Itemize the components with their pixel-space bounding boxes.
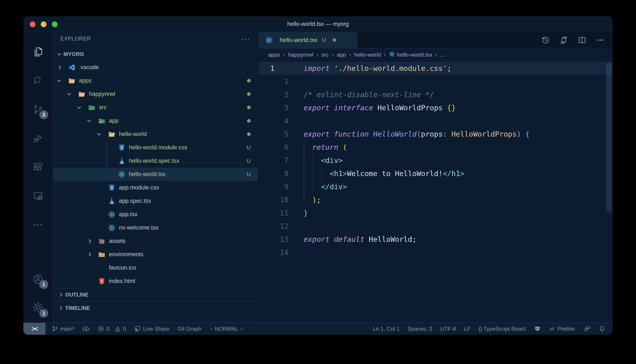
status-problems[interactable]: 00 [98,326,126,332]
react [389,51,395,58]
activity-badge: 1 [39,280,48,289]
code-line[interactable]: 12 [258,220,613,233]
indent-guide [321,167,322,180]
tree-item-app-tsx[interactable]: app.tsx [53,208,258,221]
tree-item-app-module-css[interactable]: 3app.module.css [53,181,258,194]
tree-item-hello-world-tsx[interactable]: hello-world.tsxU [53,168,258,181]
split-editor-icon[interactable] [578,36,586,44]
activity-files-icon[interactable] [23,37,53,66]
status-prettier[interactable]: ✓✓Prettier [549,326,575,332]
outline-panel-header[interactable]: OUTLINE [53,288,258,301]
status-git-graph[interactable]: Git Graph [178,326,201,332]
tree-item-app-spec-tsx[interactable]: TSapp.spec.tsx [53,194,258,208]
favicon [98,264,106,272]
activity-extensions-icon[interactable] [23,153,53,182]
breadcrumb-item-hello-world-tsx[interactable]: hello-world.tsx [389,51,432,58]
svg-text:</>: </> [89,108,92,110]
tree-item-hello-world-module-css[interactable]: 3hello-world.module.cssU [53,141,258,154]
status-octoface-icon[interactable] [534,325,541,332]
workspace-section-header[interactable]: MYORG [53,48,258,61]
code-token [304,182,321,191]
code-token: HelloWorldProps [377,104,443,112]
tree-item--vscode[interactable]: .vscode [53,61,258,74]
status--normal-[interactable]: -- NORMAL -- [209,326,243,332]
code-token: {} [447,104,456,112]
code-line[interactable]: 10 ); [258,193,613,206]
breadcrumb-item-src[interactable]: src [321,52,329,58]
remote-indicator[interactable]: >< [23,323,46,335]
activity-more-icon[interactable] [23,210,53,239]
history-icon[interactable] [541,36,550,44]
chevron-down-icon [88,120,98,122]
activity-accounts-icon[interactable]: 1 [23,265,53,294]
tree-item-src[interactable]: </>src [53,101,258,114]
tree-item-index-html[interactable]: 5index.html [53,274,258,288]
more-actions-icon[interactable] [596,36,604,44]
breadcrumb-separator: › [436,52,437,58]
open-changes-icon[interactable] [559,36,568,44]
code-line[interactable]: 1import './hello-world.module.css'; [258,62,613,75]
chevron-right-icon [88,240,98,242]
code-text [289,114,304,128]
code-line[interactable]: 11} [258,206,613,220]
explorer-sidebar: EXPLORER ··· MYORG .vscodeappshappynrwl<… [53,32,258,322]
code-line[interactable]: 3export interface HelloWorldProps {} [258,101,613,114]
line-number: 4 [258,114,289,128]
scrollbar-thumb[interactable] [606,63,612,212]
code-line[interactable]: 2/* eslint-disable-next-line */ [258,88,613,101]
activity-remote-explorer-icon[interactable] [23,182,53,210]
close-tab-icon[interactable]: × [332,36,337,44]
code-line[interactable]: 13export default HelloWorld; [258,233,613,246]
code-line[interactable]: 4 [258,114,613,128]
code-token: function [334,130,369,138]
code-token: ( [416,130,421,138]
status-cloud-upload-icon[interactable] [82,325,90,332]
explorer-more-actions-icon[interactable]: ··· [241,38,250,40]
activity-settings-gear-icon[interactable]: 1 [23,294,53,322]
code-token [521,130,525,138]
status-label: LF [464,326,470,332]
code-token: ) [312,196,317,204]
code-line[interactable]: 7 <div> [258,154,613,167]
tree-item-environments[interactable]: environments [53,248,258,261]
tree-item-apps[interactable]: apps [53,74,258,88]
breadcrumb-item-hello-world[interactable]: hello-world [354,52,381,58]
react [107,224,116,232]
breadcrumb-item-app[interactable]: app [337,52,346,58]
breadcrumb-label: hello-world [354,52,381,58]
code-line[interactable]: 6 return ( [258,141,613,154]
code-line[interactable]: 8 <h1>Welcome to HelloWorld!</h1> [258,167,613,180]
code-line[interactable]: 9 </div> [258,180,613,193]
tree-item-happynrwl[interactable]: happynrwl [53,88,258,101]
code-line[interactable]: 1 [258,75,613,88]
code-line[interactable]: 5export function HelloWorld(props: Hello… [258,128,613,141]
status-spaces-2[interactable]: Spaces: 2 [408,326,432,332]
code-editor[interactable]: 1import './hello-world.module.css';12/* … [258,61,613,322]
breadcrumb-item-apps[interactable]: apps [268,52,280,58]
tree-item-assets[interactable]: assets [53,234,258,248]
status-lf[interactable]: LF [464,326,470,332]
breadcrumb-item-happynrwl[interactable]: happynrwl [288,52,313,58]
code-token: export [304,130,330,138]
code-text: </div> [289,180,347,193]
status--typescript-react[interactable]: {} TypeScript React [479,326,526,332]
code-line[interactable]: 14 [258,246,613,259]
line-number: 12 [258,220,289,233]
status-feedback-icon[interactable] [583,325,590,332]
status-ln-1-col-1[interactable]: Ln 1, Col 1 [373,326,399,332]
breadcrumb-item--[interactable]: ... [440,52,445,58]
status-bell-icon[interactable] [599,326,605,332]
timeline-panel-header[interactable]: TIMELINE [53,301,258,314]
status-utf-8[interactable]: UTF-8 [440,326,456,332]
activity-source-control-icon[interactable]: 3 [23,95,53,124]
tree-item-favicon-ico[interactable]: favicon.ico [53,261,258,274]
tree-item-app[interactable]: ⚙app [53,114,258,128]
tree-item-hello-world[interactable]: hello-world [53,128,258,141]
status-main-[interactable]: main* [52,326,74,332]
tab-hello-world-tsx[interactable]: hello-world.tsx U × [258,32,357,48]
tree-item-hello-world-spec-tsx[interactable]: TShello-world.spec.tsxU [53,154,258,168]
tree-item-nx-welcome-tsx[interactable]: nx-welcome.tsx [53,221,258,234]
status-live-share[interactable]: Live Share [134,326,169,332]
activity-search-icon[interactable] [23,66,53,95]
activity-run-debug-icon[interactable] [23,124,53,153]
